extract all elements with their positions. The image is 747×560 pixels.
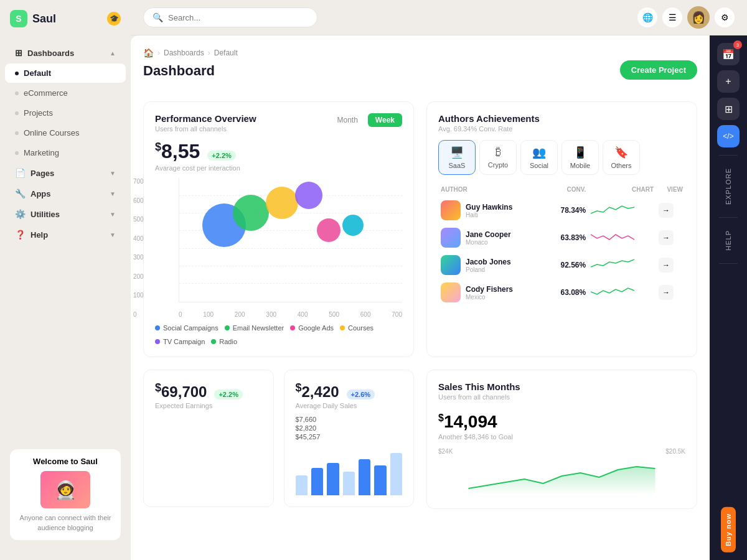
view-button-4[interactable]: → (659, 285, 674, 300)
sidebar-item-online-courses[interactable]: Online Courses (5, 123, 126, 142)
legend-label: TV Campaign (163, 338, 205, 345)
search-box[interactable]: 🔍 (143, 7, 317, 27)
mini-chart-1 (591, 202, 634, 217)
view-button-1[interactable]: → (659, 203, 674, 218)
search-input[interactable] (168, 13, 308, 22)
sidebar-item-label: eCommerce (24, 88, 68, 98)
add-icon[interactable]: + (717, 70, 740, 93)
sidebar-item-label: Default (24, 68, 51, 78)
others-icon: 🔖 (614, 146, 628, 159)
grid-line (179, 283, 402, 284)
y-label: $24K (438, 448, 453, 455)
notification-badge: 3 (733, 40, 742, 49)
legend-dot (290, 325, 295, 330)
menu-icon[interactable]: ☰ (662, 7, 682, 27)
settings-icon[interactable]: ⚙ (715, 7, 735, 27)
earnings-value-row: $69,700 +2.2% (155, 381, 262, 401)
sidebar-item-pages[interactable]: 📄 Pages ▼ (5, 163, 126, 183)
author-avatar (441, 228, 461, 248)
sidebar-item-projects[interactable]: Projects (5, 103, 126, 123)
authors-card-header: Authors Achievements Avg. 69.34% Conv. R… (438, 113, 685, 133)
authors-subtitle: Avg. 69.34% Conv. Rate (438, 125, 540, 133)
page-header-row: 🏠 › Dashboards › Default Dashboard Creat… (143, 48, 697, 91)
breadcrumb-section[interactable]: Dashboards (164, 49, 204, 57)
welcome-subtitle: Anyone can connect with their audience b… (17, 513, 113, 533)
author-tab-social[interactable]: 👥 Social (520, 140, 558, 175)
table-row: Jane Cooper Monaco 63.83% (438, 224, 685, 251)
y-label: $20.5K (665, 448, 685, 455)
legend-google: Google Ads (290, 324, 334, 332)
author-name: Jacob Jones (466, 258, 511, 266)
performance-card: Performance Overview Users from all chan… (143, 101, 414, 357)
breadcrumb-home[interactable]: 🏠 (143, 48, 154, 58)
table-row: Jacob Jones Poland 92.56% (438, 251, 685, 279)
tab-label: Mobile (570, 162, 590, 169)
pages-icon: 📄 (15, 168, 26, 178)
sales-y-labels: $24K $20.5K (438, 448, 685, 455)
social-icon: 👥 (532, 146, 546, 159)
right-sidebar-bottom: Buy now (721, 507, 736, 553)
authors-card: Authors Achievements Avg. 69.34% Conv. R… (426, 101, 697, 357)
sidebar-item-label: Marketing (24, 148, 59, 157)
sidebar-item-apps[interactable]: 🔧 Apps ▼ (5, 184, 126, 203)
bar-chart (296, 446, 403, 495)
legend-dot (211, 339, 216, 344)
daily-sales-value-row: $2,420 +2.6% (296, 381, 403, 401)
author-tab-mobile[interactable]: 📱 Mobile (561, 140, 599, 175)
help-label[interactable]: Help (725, 225, 732, 256)
bar (374, 465, 386, 495)
daily-sales-rows: $7,660 $2,820 $45,257 (296, 416, 403, 441)
logo-badge: 🎓 (107, 12, 121, 26)
sidebar-item-label: Pages (31, 169, 54, 178)
legend-dot (155, 325, 160, 330)
sales-amount-row: $14,094 (438, 408, 685, 432)
nav-dot (15, 72, 19, 75)
app-name: Saul (32, 12, 56, 26)
author-avatar (441, 282, 461, 302)
tab-label: SaaS (449, 162, 466, 169)
sidebar-item-default[interactable]: Default (5, 63, 126, 83)
utilities-icon: ⚙️ (15, 209, 26, 219)
author-name: Jane Cooper (466, 230, 511, 239)
author-tab-others[interactable]: 🔖 Others (603, 140, 640, 175)
topbar-right: 🌐 ☰ 👩 ⚙ (637, 6, 735, 29)
col-author: AUTHOR (438, 182, 546, 197)
explore-label[interactable]: Explore (725, 163, 732, 210)
bubble-chart (179, 178, 402, 302)
author-name: Cody Fishers (466, 285, 513, 294)
create-project-button[interactable]: Create Project (620, 60, 697, 80)
notifications-icon[interactable]: 🌐 (637, 7, 657, 27)
code-icon[interactable]: </> (717, 125, 740, 147)
performance-value: $8,55 (155, 140, 200, 163)
author-tab-saas[interactable]: 🖥️ SaaS (438, 140, 476, 175)
author-tab-crypto[interactable]: ₿ Crypto (479, 140, 517, 175)
sidebar-item-ecommerce[interactable]: eCommerce (5, 83, 126, 103)
sidebar-item-utilities[interactable]: ⚙️ Utilities ▼ (5, 204, 126, 224)
bar (327, 463, 339, 495)
logo-icon: S (10, 10, 27, 27)
view-button-2[interactable]: → (659, 230, 674, 245)
apps-icon: 🔧 (15, 189, 26, 198)
author-info: Cody Fishers Mexico (441, 282, 543, 302)
author-location: Poland (466, 266, 511, 273)
calendar-icon[interactable]: 📅 3 (717, 43, 740, 65)
buy-now-button[interactable]: Buy now (721, 507, 736, 553)
legend-tv: TV Campaign (155, 338, 205, 345)
table-row: Guy Hawkins Haiti 78.34% (438, 197, 685, 224)
user-avatar[interactable]: 👩 (687, 6, 710, 29)
mobile-icon: 📱 (573, 146, 587, 159)
view-button-3[interactable]: → (659, 258, 674, 273)
grid-line (179, 248, 402, 249)
daily-sales-label: Average Daily Sales (296, 402, 403, 409)
bar (359, 459, 370, 495)
tab-month[interactable]: Month (330, 113, 365, 127)
grid-icon[interactable]: ⊞ (717, 98, 740, 120)
sidebar: S Saul 🎓 ⊞ Dashboards ▲ Default eCommerc… (0, 0, 131, 560)
performance-title: Performance Overview (155, 113, 256, 124)
sidebar-item-dashboards[interactable]: ⊞ Dashboards ▲ (5, 43, 126, 63)
sidebar-item-marketing[interactable]: Marketing (5, 143, 126, 162)
tab-week[interactable]: Week (368, 113, 402, 127)
legend-radio: Radio (211, 338, 237, 345)
sidebar-item-help[interactable]: ❓ Help ▼ (5, 225, 126, 245)
bar (296, 475, 308, 495)
